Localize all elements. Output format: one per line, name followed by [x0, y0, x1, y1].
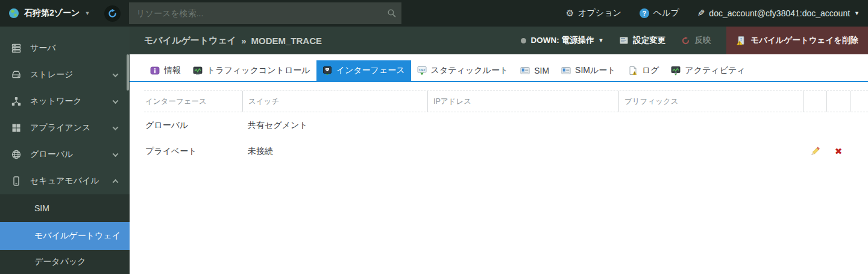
server-icon: [11, 43, 22, 54]
sidebar-subitem-data-pack[interactable]: データパック: [0, 250, 130, 274]
cell-switch: 未接続: [242, 146, 427, 157]
search-icon: [387, 8, 397, 18]
apply-label: 反映: [694, 35, 711, 46]
tab-activity[interactable]: アクティビティ: [665, 60, 751, 81]
search-box: [129, 2, 401, 24]
sidebar-item-global[interactable]: グローバル: [0, 141, 130, 168]
interface-table: インターフェース スイッチ IPアドレス プリフィックス グローバル 共有セグメ…: [144, 91, 868, 164]
main-content: モバイルゲートウェイ » MODEM_TRACE DOWN: 電源操作 ▼ 設定…: [130, 27, 868, 274]
sidebar-subitem-sim[interactable]: SIM: [0, 194, 130, 222]
col-header-prefix: プリフィックス: [618, 91, 803, 112]
power-menu[interactable]: DOWN: 電源操作 ▼: [521, 35, 603, 46]
power-menu-label: DOWN: 電源操作: [530, 35, 594, 46]
sidebar-item-label: グローバル: [30, 149, 73, 160]
account-menu[interactable]: ✎ doc_account@cfy38041:doc_account ▼: [697, 8, 860, 19]
gear-icon: ⚙: [566, 8, 574, 19]
tab-label: アクティビティ: [685, 65, 745, 76]
log-warning-icon: [628, 66, 638, 75]
cell-interface: グローバル: [144, 120, 242, 131]
col-header-switch: スイッチ: [242, 91, 427, 112]
sidebar-item-appliance[interactable]: アプライアンス: [0, 115, 130, 141]
topbar-right: ⚙ オプション ? ヘルプ ✎ doc_account@cfy38041:doc…: [566, 8, 860, 19]
sim-card-icon: [520, 66, 530, 75]
sidebar-item-storage[interactable]: ストレージ: [0, 62, 130, 88]
col-header-delete: [826, 91, 851, 112]
delete-interface-button[interactable]: ✖: [835, 147, 843, 156]
breadcrumb-parent[interactable]: モバイルゲートウェイ: [144, 35, 236, 46]
tab-label: 情報: [164, 65, 181, 76]
help-button[interactable]: ? ヘルプ: [640, 8, 679, 19]
sidebar-subitem-label: データパック: [34, 256, 86, 267]
header-controls: DOWN: 電源操作 ▼ 設定変更 反映: [521, 27, 868, 54]
account-label: doc_account@cfy38041:doc_account: [709, 8, 850, 18]
ethernet-port-icon: [322, 66, 332, 75]
breadcrumb: モバイルゲートウェイ » MODEM_TRACE: [144, 35, 322, 46]
col-header-spacer: [851, 91, 868, 112]
tab-label: SIM: [534, 66, 549, 75]
delete-warning-icon: [736, 36, 746, 45]
sidebar-item-secure-mobile[interactable]: セキュアモバイル: [0, 168, 130, 194]
tab-label: インターフェース: [336, 65, 405, 76]
breadcrumb-current: MODEM_TRACE: [251, 36, 322, 46]
config-icon: [619, 36, 629, 45]
chevron-down-icon: [113, 71, 119, 77]
zone-selector[interactable]: 石狩第2ゾーン ▼: [8, 8, 90, 19]
secure-mobile-submenu: SIM モバイルゲートウェイ データパック: [0, 194, 130, 274]
globe-zone-icon: [8, 8, 19, 19]
table-row-private[interactable]: プライベート 未接続 ✖: [144, 138, 868, 164]
sidebar-item-server[interactable]: サーバ: [0, 35, 130, 62]
tab-traffic-control[interactable]: トラフィックコントロール: [187, 60, 316, 81]
zone-name: 石狩第2ゾーン: [24, 8, 80, 19]
search-input[interactable]: [129, 2, 401, 24]
activity-monitor-icon: [671, 66, 681, 75]
page-header: モバイルゲートウェイ » MODEM_TRACE DOWN: 電源操作 ▼ 設定…: [130, 27, 868, 54]
table-header-row: インターフェース スイッチ IPアドレス プリフィックス: [144, 91, 868, 112]
sidebar-subitem-label: モバイルゲートウェイ: [34, 231, 121, 241]
options-button[interactable]: ⚙ オプション: [566, 8, 621, 19]
pen-icon: ✎: [697, 8, 705, 19]
col-header-edit: [803, 91, 826, 112]
tab-interface[interactable]: インターフェース: [316, 60, 411, 81]
topbar: 石狩第2ゾーン ▼ ⚙ オプション ? ヘルプ ✎ doc_account@cf…: [0, 0, 868, 27]
help-label: ヘルプ: [653, 8, 679, 19]
pencil-icon: [810, 146, 820, 157]
refresh-button[interactable]: [104, 5, 121, 22]
storage-icon: [11, 69, 22, 80]
apply-refresh-icon: [681, 36, 690, 45]
delete-gateway-button[interactable]: モバイルゲートウェイを削除: [726, 27, 868, 54]
tab-info[interactable]: 情報: [144, 60, 187, 81]
config-change-button[interactable]: 設定変更: [619, 35, 665, 46]
sidebar-item-label: アプライアンス: [30, 123, 90, 133]
tab-log[interactable]: ログ: [622, 60, 665, 81]
mobile-icon: [11, 176, 22, 186]
col-header-interface: インターフェース: [144, 91, 242, 112]
zone-caret-icon: ▼: [84, 10, 90, 16]
svg-text:192: 192: [418, 68, 425, 72]
sidebar-item-network[interactable]: ネットワーク: [0, 88, 130, 115]
tab-sim[interactable]: SIM: [514, 60, 555, 81]
tab-sim-route[interactable]: SIMルート: [555, 60, 622, 81]
power-caret-icon: ▼: [598, 37, 603, 43]
apply-button[interactable]: 反映: [681, 35, 711, 46]
chevron-down-icon: [113, 151, 119, 157]
sidebar-item-label: サーバ: [30, 43, 56, 54]
refresh-icon: [107, 8, 118, 19]
network-icon: [11, 96, 22, 107]
tab-label: SIMルート: [575, 65, 616, 76]
table-row-global[interactable]: グローバル 共有セグメント: [144, 112, 868, 138]
breadcrumb-separator: »: [241, 36, 246, 46]
status-down-dot: [521, 38, 526, 43]
sidebar-subitem-mobile-gateway[interactable]: モバイルゲートウェイ: [0, 222, 130, 250]
chevron-down-icon: [113, 98, 119, 104]
sidebar-item-label: ネットワーク: [30, 96, 82, 107]
sidebar: サーバ ストレージ ネットワーク: [0, 27, 130, 274]
sidebar-scrollbar[interactable]: [127, 54, 129, 91]
tab-static-route[interactable]: 192 スタティックルート: [411, 60, 515, 81]
ip-route-icon: 192: [417, 66, 427, 75]
tab-label: スタティックルート: [431, 65, 509, 76]
tab-label: トラフィックコントロール: [207, 65, 310, 76]
sidebar-subitem-label: SIM: [34, 203, 49, 213]
traffic-chart-icon: [193, 66, 203, 75]
cell-interface: プライベート: [144, 146, 242, 157]
edit-interface-button[interactable]: [810, 146, 820, 157]
